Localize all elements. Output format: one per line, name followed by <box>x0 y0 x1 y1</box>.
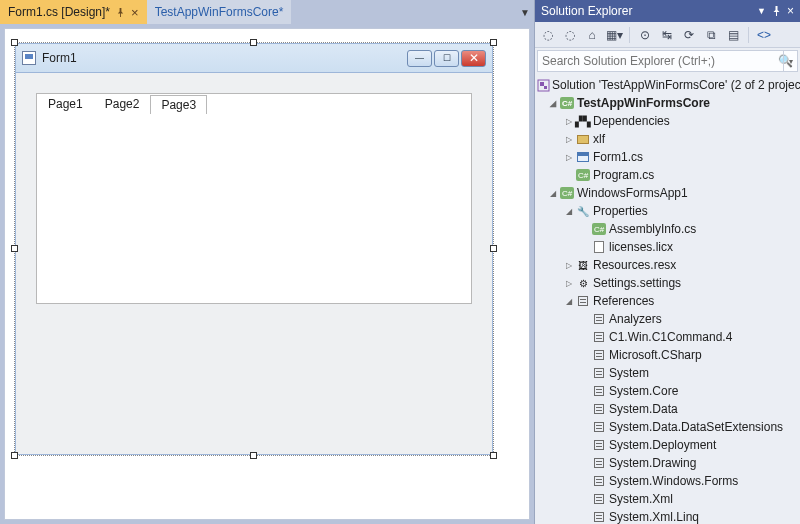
project-label: TestAppWinFormsCore <box>577 96 710 110</box>
pin-icon[interactable] <box>772 6 781 16</box>
properties-icon[interactable]: ▤ <box>724 26 742 44</box>
expand-icon[interactable]: ▷ <box>563 117 575 126</box>
references-node[interactable]: ◢ References <box>535 292 800 310</box>
project-node-1[interactable]: ◢ C# TestAppWinFormsCore <box>535 94 800 112</box>
resize-handle-nw[interactable] <box>11 39 18 46</box>
node-label: References <box>593 294 654 308</box>
reference-node[interactable]: System.Xml <box>535 490 800 508</box>
show-all-icon[interactable]: ⧉ <box>702 26 720 44</box>
reference-node[interactable]: System.Xml.Linq <box>535 508 800 524</box>
file-node-assemblyinfo[interactable]: C# AssemblyInfo.cs <box>535 220 800 238</box>
tab-page[interactable] <box>36 114 472 304</box>
node-label: Dependencies <box>593 114 670 128</box>
references-icon <box>575 294 591 308</box>
node-label: Microsoft.CSharp <box>609 348 702 362</box>
doc-tab-label: Form1.cs [Design]* <box>8 5 110 19</box>
expand-icon[interactable]: ◢ <box>563 207 575 216</box>
expand-icon[interactable]: ▷ <box>563 261 575 270</box>
solution-tree[interactable]: Solution 'TestAppWinFormsCore' (2 of 2 p… <box>535 74 800 524</box>
form-client-area[interactable]: Page1Page2Page3 <box>15 73 493 455</box>
doc-tabs-overflow[interactable]: ▼ <box>520 0 534 24</box>
reference-node[interactable]: System.Data.DataSetExtensions <box>535 418 800 436</box>
reference-node[interactable]: Microsoft.CSharp <box>535 346 800 364</box>
resize-handle-n[interactable] <box>250 39 257 46</box>
expand-icon[interactable]: ◢ <box>563 297 575 306</box>
svg-rect-1 <box>540 82 544 86</box>
file-node-settings[interactable]: ▷ ⚙ Settings.settings <box>535 274 800 292</box>
dependencies-icon: ▞▚ <box>575 114 591 128</box>
close-panel-icon[interactable]: × <box>787 4 794 18</box>
maximize-button[interactable]: ☐ <box>434 50 459 67</box>
expand-icon[interactable]: ◢ <box>547 99 559 108</box>
solution-node[interactable]: Solution 'TestAppWinFormsCore' (2 of 2 p… <box>535 76 800 94</box>
resize-handle-w[interactable] <box>11 245 18 252</box>
expand-icon[interactable]: ▷ <box>563 153 575 162</box>
home-icon[interactable]: ⌂ <box>583 26 601 44</box>
folder-node-xlf[interactable]: ▷ xlf <box>535 130 800 148</box>
reference-icon <box>591 474 607 488</box>
properties-node[interactable]: ◢ 🔧 Properties <box>535 202 800 220</box>
csproj-icon: C# <box>559 186 575 200</box>
node-label: Program.cs <box>593 168 654 182</box>
file-node-program[interactable]: ▷ C# Program.cs <box>535 166 800 184</box>
refresh-icon[interactable]: ⟳ <box>680 26 698 44</box>
file-node-licenses[interactable]: licenses.licx <box>535 238 800 256</box>
tab-control[interactable]: Page1Page2Page3 <box>36 93 472 115</box>
reference-icon <box>591 492 607 506</box>
back-icon[interactable]: ◌ <box>539 26 557 44</box>
node-label: System <box>609 366 649 380</box>
tab-page-page3[interactable]: Page3 <box>150 95 207 115</box>
sync-icon[interactable]: ▦▾ <box>605 26 623 44</box>
solution-explorer-title-bar[interactable]: Solution Explorer ▼ × <box>535 0 800 22</box>
doc-tab-form-designer-active[interactable]: Form1.cs [Design]* × <box>0 0 147 24</box>
minimize-button[interactable]: — <box>407 50 432 67</box>
file-node-resources[interactable]: ▷ 🖼 Resources.resx <box>535 256 800 274</box>
window-menu-icon[interactable]: ▼ <box>757 6 766 16</box>
form-title-bar[interactable]: Form1 — ☐ ✕ <box>15 43 493 73</box>
node-label: Analyzers <box>609 312 662 326</box>
doc-tab-testapp[interactable]: TestAppWinFormsCore* <box>147 0 292 24</box>
reference-node[interactable]: System.Data <box>535 400 800 418</box>
tab-page-page2[interactable]: Page2 <box>94 94 151 114</box>
reference-node[interactable]: System.Deployment <box>535 436 800 454</box>
dependencies-node[interactable]: ▷ ▞▚ Dependencies <box>535 112 800 130</box>
gear-icon: ⚙ <box>575 276 591 290</box>
project-node-2[interactable]: ◢ C# WindowsFormsApp1 <box>535 184 800 202</box>
file-node-form1[interactable]: ▷ Form1.cs <box>535 148 800 166</box>
view-code-icon[interactable]: <> <box>755 26 773 44</box>
pin-icon[interactable] <box>116 8 125 17</box>
reference-icon <box>591 330 607 344</box>
reference-node[interactable]: System.Drawing <box>535 454 800 472</box>
resources-icon: 🖼 <box>575 258 591 272</box>
tab-page-page1[interactable]: Page1 <box>37 94 94 114</box>
form-window[interactable]: Form1 — ☐ ✕ Page1Page2Page3 <box>15 43 493 455</box>
expand-icon[interactable]: ▷ <box>563 135 575 144</box>
close-button[interactable]: ✕ <box>461 50 486 67</box>
reference-node[interactable]: Analyzers <box>535 310 800 328</box>
solution-explorer-search[interactable]: 🔍 ▾ <box>537 50 798 72</box>
reference-node[interactable]: System.Windows.Forms <box>535 472 800 490</box>
node-label: AssemblyInfo.cs <box>609 222 696 236</box>
reference-icon <box>591 402 607 416</box>
node-label: System.Xml.Linq <box>609 510 699 524</box>
forward-icon[interactable]: ◌ <box>561 26 579 44</box>
reference-node[interactable]: C1.Win.C1Command.4 <box>535 328 800 346</box>
search-dropdown-icon[interactable]: ▾ <box>783 50 798 72</box>
node-label: xlf <box>593 132 605 146</box>
scope-icon[interactable]: ⊙ <box>636 26 654 44</box>
reference-node[interactable]: System.Core <box>535 382 800 400</box>
resize-handle-e[interactable] <box>490 245 497 252</box>
reference-icon <box>591 510 607 524</box>
resize-handle-ne[interactable] <box>490 39 497 46</box>
expand-icon[interactable]: ◢ <box>547 189 559 198</box>
search-input[interactable] <box>542 54 778 68</box>
close-tab-icon[interactable]: × <box>131 5 139 20</box>
resize-handle-sw[interactable] <box>11 452 18 459</box>
file-icon <box>591 240 607 254</box>
designer-surface[interactable]: Form1 — ☐ ✕ Page1Page2Page3 <box>4 28 530 520</box>
reference-node[interactable]: System <box>535 364 800 382</box>
expand-icon[interactable]: ▷ <box>563 279 575 288</box>
resize-handle-s[interactable] <box>250 452 257 459</box>
resize-handle-se[interactable] <box>490 452 497 459</box>
collapse-icon[interactable]: ↹ <box>658 26 676 44</box>
